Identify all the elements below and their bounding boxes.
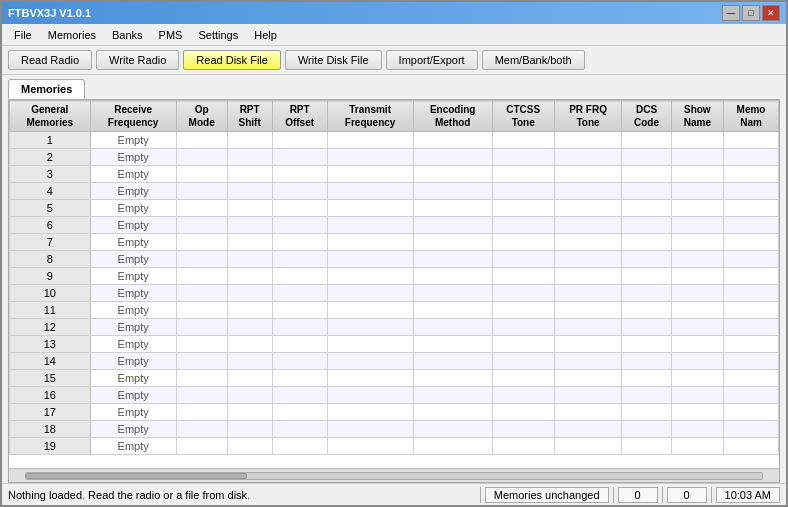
table-row[interactable]: 7Empty	[10, 234, 779, 251]
mem-bank-both-button[interactable]: Mem/Bank/both	[482, 50, 585, 70]
table-row[interactable]: 12Empty	[10, 319, 779, 336]
data-cell	[413, 421, 492, 438]
receive-frequency-cell: Empty	[90, 149, 176, 166]
row-number: 12	[10, 319, 91, 336]
minimize-button[interactable]: —	[722, 5, 740, 21]
toolbar: Read Radio Write Radio Read Disk File Wr…	[2, 46, 786, 75]
table-row[interactable]: 14Empty	[10, 353, 779, 370]
data-cell	[272, 319, 327, 336]
data-cell	[413, 404, 492, 421]
data-cell	[724, 200, 779, 217]
data-cell	[554, 132, 622, 149]
table-row[interactable]: 17Empty	[10, 404, 779, 421]
row-number: 15	[10, 370, 91, 387]
data-cell	[176, 353, 227, 370]
data-cell	[227, 387, 272, 404]
data-cell	[227, 370, 272, 387]
row-number: 19	[10, 438, 91, 455]
data-cell	[724, 387, 779, 404]
maximize-button[interactable]: □	[742, 5, 760, 21]
table-row[interactable]: 4Empty	[10, 183, 779, 200]
close-button[interactable]: ✕	[762, 5, 780, 21]
data-cell	[622, 268, 671, 285]
table-row[interactable]: 6Empty	[10, 217, 779, 234]
data-cell	[671, 387, 723, 404]
data-cell	[671, 132, 723, 149]
write-radio-button[interactable]: Write Radio	[96, 50, 179, 70]
import-export-button[interactable]: Import/Export	[386, 50, 478, 70]
menu-memories[interactable]: Memories	[40, 27, 104, 43]
table-row[interactable]: 11Empty	[10, 302, 779, 319]
data-cell	[272, 251, 327, 268]
memories-table-container: General Memories Receive Frequency Op Mo…	[8, 99, 780, 483]
menu-settings[interactable]: Settings	[190, 27, 246, 43]
data-cell	[272, 285, 327, 302]
table-scroll[interactable]: General Memories Receive Frequency Op Mo…	[9, 100, 779, 468]
table-row[interactable]: 2Empty	[10, 149, 779, 166]
row-number: 10	[10, 285, 91, 302]
data-cell	[272, 200, 327, 217]
data-cell	[327, 387, 413, 404]
data-cell	[327, 149, 413, 166]
menu-bar: File Memories Banks PMS Settings Help	[2, 24, 786, 46]
col-rpt-shift: RPT Shift	[227, 101, 272, 132]
data-cell	[413, 438, 492, 455]
data-cell	[622, 370, 671, 387]
table-row[interactable]: 13Empty	[10, 336, 779, 353]
data-cell	[327, 251, 413, 268]
data-cell	[413, 319, 492, 336]
col-dcs-code: DCS Code	[622, 101, 671, 132]
table-row[interactable]: 9Empty	[10, 268, 779, 285]
tab-memories[interactable]: Memories	[8, 79, 85, 99]
table-row[interactable]: 10Empty	[10, 285, 779, 302]
menu-banks[interactable]: Banks	[104, 27, 151, 43]
data-cell	[176, 319, 227, 336]
table-row[interactable]: 18Empty	[10, 421, 779, 438]
horizontal-scrollbar[interactable]	[9, 468, 779, 482]
row-number: 8	[10, 251, 91, 268]
table-row[interactable]: 5Empty	[10, 200, 779, 217]
receive-frequency-cell: Empty	[90, 285, 176, 302]
col-rpt-offset: RPT Offset	[272, 101, 327, 132]
receive-frequency-cell: Empty	[90, 166, 176, 183]
data-cell	[622, 183, 671, 200]
data-cell	[492, 217, 554, 234]
table-row[interactable]: 1Empty	[10, 132, 779, 149]
receive-frequency-cell: Empty	[90, 421, 176, 438]
menu-file[interactable]: File	[6, 27, 40, 43]
data-cell	[492, 421, 554, 438]
row-number: 2	[10, 149, 91, 166]
data-cell	[554, 234, 622, 251]
data-cell	[227, 149, 272, 166]
table-row[interactable]: 8Empty	[10, 251, 779, 268]
table-row[interactable]: 3Empty	[10, 166, 779, 183]
data-cell	[671, 183, 723, 200]
data-cell	[724, 285, 779, 302]
read-radio-button[interactable]: Read Radio	[8, 50, 92, 70]
data-cell	[671, 438, 723, 455]
menu-pms[interactable]: PMS	[151, 27, 191, 43]
data-cell	[413, 217, 492, 234]
data-cell	[622, 353, 671, 370]
main-window: FTBVX3J V1.0.1 — □ ✕ File Memories Banks…	[0, 0, 788, 507]
table-row[interactable]: 19Empty	[10, 438, 779, 455]
status-separator-3	[662, 487, 663, 503]
data-cell	[413, 285, 492, 302]
read-disk-file-button[interactable]: Read Disk File	[183, 50, 281, 70]
data-cell	[554, 302, 622, 319]
window-title: FTBVX3J V1.0.1	[8, 7, 91, 19]
status-separator-2	[613, 487, 614, 503]
data-cell	[327, 268, 413, 285]
row-number: 18	[10, 421, 91, 438]
status-message: Nothing loaded. Read the radio or a file…	[8, 489, 476, 501]
data-cell	[413, 149, 492, 166]
menu-help[interactable]: Help	[246, 27, 285, 43]
table-row[interactable]: 16Empty	[10, 387, 779, 404]
table-row[interactable]: 15Empty	[10, 370, 779, 387]
receive-frequency-cell: Empty	[90, 302, 176, 319]
data-cell	[176, 336, 227, 353]
row-number: 6	[10, 217, 91, 234]
data-cell	[272, 370, 327, 387]
write-disk-file-button[interactable]: Write Disk File	[285, 50, 382, 70]
data-cell	[227, 404, 272, 421]
